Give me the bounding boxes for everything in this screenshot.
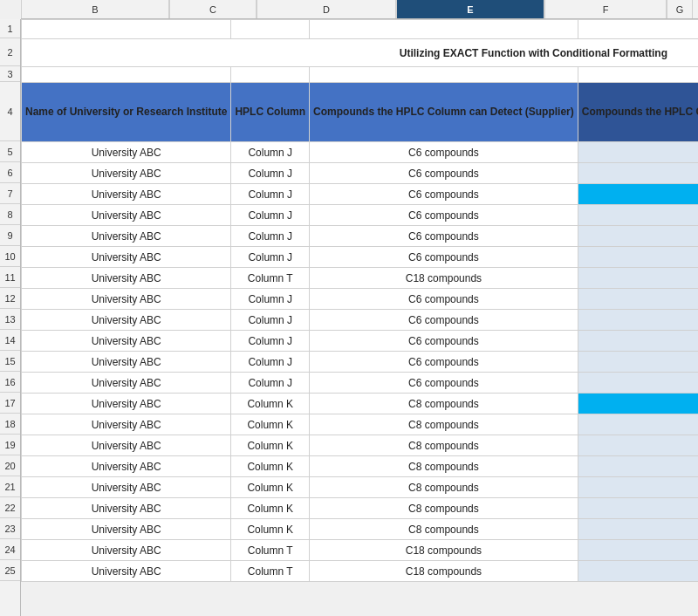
cell-r19-c3: C19 compounds	[578, 435, 698, 456]
header-compounds-used: Compounds the HPLC Column is actually us…	[578, 83, 698, 142]
cell-r5-c3: C6 compounds	[578, 142, 698, 163]
cell-r24-c2: C18 compounds	[310, 540, 578, 561]
cell-r15-c0: University ABC	[22, 352, 231, 373]
cell-r14-c3: C19 compounds	[578, 331, 698, 352]
cell-r25-c2: C18 compounds	[310, 561, 578, 582]
table-row-5: University ABCColumn JC6 compoundsC6 com…	[22, 142, 699, 163]
excel-app: ABCDEFG 12345678910111213141516171819202…	[0, 0, 698, 616]
row-num-25: 25	[0, 560, 20, 581]
header-hplc-col: HPLC Column	[231, 83, 310, 142]
cell-r17-c1: Column K	[231, 394, 310, 414]
row-num-9: 9	[0, 225, 20, 246]
cell-r12-c2: C6 compounds	[310, 289, 578, 310]
cell-r6-c1: Column J	[231, 163, 310, 184]
row-num-22: 22	[0, 497, 20, 518]
table-row-7: University ABCColumn JC6 compoundsC8 com…	[22, 184, 699, 205]
row-num-24: 24	[0, 539, 20, 560]
cell-r6-c3: C5 compounds	[578, 163, 698, 184]
row-num-17: 17	[0, 393, 20, 414]
cell-r7-c0: University ABC	[22, 184, 231, 205]
cell-r23-c3: C12 compounds	[578, 519, 698, 540]
cell-r17-c2: C8 compounds	[310, 394, 578, 414]
cell-r10-c2: C6 compounds	[310, 247, 578, 268]
cell-r14-c2: C6 compounds	[310, 331, 578, 352]
row-num-18: 18	[0, 414, 20, 435]
table-row-12: University ABCColumn JC6 compoundsC17 co…	[22, 289, 699, 310]
row-num-8: 8	[0, 204, 20, 225]
row-num-23: 23	[0, 518, 20, 539]
table-row-15: University ABCColumn JC6 compoundsC6 com…	[22, 352, 699, 373]
cell-r7-c2: C6 compounds	[310, 184, 578, 205]
cell-r17-c0: University ABC	[22, 394, 231, 414]
empty-cell-r1-c1	[231, 20, 310, 39]
cell-r11-c0: University ABC	[22, 268, 231, 289]
cell-r18-c2: C8 compounds	[310, 414, 578, 435]
cell-r23-c0: University ABC	[22, 519, 231, 540]
table-row-2: Utilizing EXACT Function with Conditiona…	[22, 39, 699, 67]
cell-r17-c3: C8 compounds	[578, 394, 698, 414]
cell-r5-c1: Column J	[231, 142, 310, 163]
cell-r20-c2: C8 compounds	[310, 456, 578, 477]
header-university: Name of University or Research Institute	[22, 83, 231, 142]
sheet-container[interactable]: Utilizing EXACT Function with Conditiona…	[21, 19, 698, 616]
cell-r12-c0: University ABC	[22, 289, 231, 310]
cell-r13-c0: University ABC	[22, 310, 231, 331]
row-num-11: 11	[0, 267, 20, 288]
cell-r16-c3: C10 compounds	[578, 373, 698, 394]
cell-r9-c1: Column J	[231, 226, 310, 247]
table-row-18: University ABCColumn KC8 compoundsC7 com…	[22, 414, 699, 435]
empty-cell-r1-c3	[578, 20, 698, 39]
row-num-12: 12	[0, 288, 20, 309]
cell-r8-c3: C10 compounds	[578, 205, 698, 226]
table-row-6: University ABCColumn JC6 compoundsC5 com…	[22, 163, 699, 184]
cell-r22-c1: Column K	[231, 498, 310, 519]
cell-r16-c1: Column J	[231, 373, 310, 394]
cell-r14-c1: Column J	[231, 331, 310, 352]
table-row-13: University ABCColumn JC6 compoundsC18 co…	[22, 310, 699, 331]
cell-r25-c3: C18 compounds	[578, 561, 698, 582]
row-num-16: 16	[0, 372, 20, 393]
row-num-14: 14	[0, 330, 20, 351]
cell-r20-c3: C9 compounds	[578, 456, 698, 477]
empty-cell-1	[231, 67, 310, 83]
cell-r5-c2: C6 compounds	[310, 142, 578, 163]
cell-r14-c0: University ABC	[22, 331, 231, 352]
cell-r21-c1: Column K	[231, 477, 310, 498]
row-num-15: 15	[0, 351, 20, 372]
cell-r22-c3: C11 compounds	[578, 498, 698, 519]
cell-r9-c2: C6 compounds	[310, 226, 578, 247]
table-row-4: Name of University or Research Institute…	[22, 83, 699, 142]
cell-r12-c1: Column J	[231, 289, 310, 310]
cell-r19-c0: University ABC	[22, 435, 231, 456]
cell-r15-c1: Column J	[231, 352, 310, 373]
cell-r23-c1: Column K	[231, 519, 310, 540]
column-headers: ABCDEFG	[21, 0, 698, 19]
table-row-8: University ABCColumn JC6 compoundsC10 co…	[22, 205, 699, 226]
cell-r21-c0: University ABC	[22, 477, 231, 498]
table-row-17: University ABCColumn KC8 compoundsC8 com…	[22, 394, 699, 414]
table-row-22: University ABCColumn KC8 compoundsC11 co…	[22, 498, 699, 519]
cell-r9-c3: C12 compounds	[578, 226, 698, 247]
cell-r5-c0: University ABC	[22, 142, 231, 163]
empty-cell-r1-c2	[310, 20, 578, 39]
row-num-1: 1	[0, 19, 20, 38]
table-row-11: University ABCColumn TC18 compoundsC18 c…	[22, 268, 699, 289]
row-num-7: 7	[0, 183, 20, 204]
cell-r24-c1: Column T	[231, 540, 310, 561]
row-num-3: 3	[0, 66, 20, 82]
grid-area: 1234567891011121314151617181920212223242…	[0, 19, 698, 616]
table-row-14: University ABCColumn JC6 compoundsC19 co…	[22, 331, 699, 352]
cell-r7-c1: Column J	[231, 184, 310, 205]
row-num-19: 19	[0, 435, 20, 455]
col-header-d: D	[257, 0, 396, 18]
cell-r8-c0: University ABC	[22, 205, 231, 226]
cell-r18-c3: C7 compounds	[578, 414, 698, 435]
row-num-2: 2	[0, 38, 20, 66]
cell-r16-c0: University ABC	[22, 373, 231, 394]
col-header-c: C	[169, 0, 257, 18]
cell-r25-c0: University ABC	[22, 561, 231, 582]
col-header-e: E	[396, 0, 544, 18]
table-row-25: University ABCColumn TC18 compoundsC18 c…	[22, 561, 699, 582]
col-header-g: G	[667, 0, 693, 18]
empty-cell-r1-c0	[22, 20, 231, 39]
